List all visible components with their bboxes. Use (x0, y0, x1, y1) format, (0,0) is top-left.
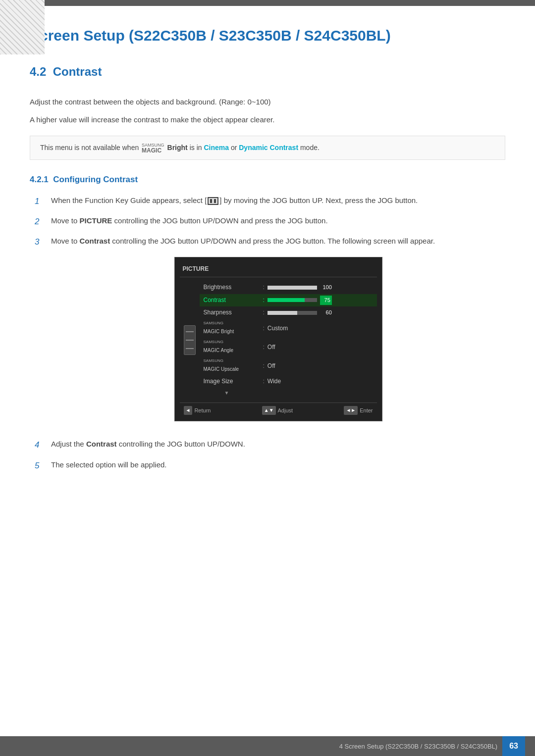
step-1: 1 When the Function Key Guide appears, s… (35, 195, 505, 208)
enter-btn: ◄► (344, 406, 358, 415)
jog-line (186, 331, 194, 332)
osd-row-angle: SAMSUNG MAGIC Angle : Off (200, 338, 377, 356)
section-number: 4.2 (30, 65, 46, 78)
step-5: 5 The selected option will be applied. (35, 459, 505, 472)
note-dynamic: Dynamic Contrast (239, 144, 298, 151)
osd-val-angle: Off (268, 343, 275, 352)
osd-label-upscale: SAMSUNG MAGIC Upscale (204, 358, 263, 374)
step-4-content: Adjust the Contrast controlling the JOG … (51, 438, 505, 450)
jog-symbol-icon (208, 197, 218, 205)
left-pattern (0, 0, 45, 54)
step-5-content: The selected option will be applied. (51, 459, 505, 471)
osd-row-more: ▼ (200, 388, 377, 399)
adjust-btn: ▲▼ (262, 406, 276, 415)
note-or: or (231, 144, 239, 151)
osd-label-imagesize: Image Size (204, 377, 263, 386)
page-title: Screen Setup (S22C350B / S23C350B / S24C… (30, 26, 505, 45)
adjust-label: Adjust (278, 406, 293, 415)
osd-bar-bg (268, 286, 317, 290)
note-text: This menu is not available when (40, 144, 141, 151)
step-3-number: 3 (35, 235, 47, 249)
osd-bar-fill-brightness (268, 286, 317, 290)
description2: A higher value will increase the contras… (30, 114, 505, 126)
osd-footer-return: ◄ Return (184, 406, 211, 415)
osd-bar-fill-contrast (268, 298, 305, 302)
jog-icon (184, 325, 196, 355)
step-4: 4 Adjust the Contrast controlling the JO… (35, 438, 505, 452)
osd-title: PICTURE (180, 262, 377, 277)
steps-list: 1 When the Function Key Guide appears, s… (35, 195, 505, 472)
osd-footer-enter: ◄► Enter (344, 406, 373, 415)
subsection-number: 4.2.1 (30, 175, 49, 184)
osd-label-angle: SAMSUNG MAGIC Angle (204, 339, 263, 355)
enter-label: Enter (360, 406, 373, 415)
jog-line (186, 340, 194, 341)
osd-rows: Brightness : 100 (200, 279, 377, 401)
top-stripe (0, 0, 535, 6)
osd-bar-bg-contrast (268, 298, 317, 302)
note-bright: Bright (167, 144, 188, 151)
step-3: 3 Move to Contrast controlling the JOG b… (35, 235, 505, 431)
osd-bar-bg-sharpness (268, 311, 317, 315)
step-3-bold: Contrast (80, 237, 110, 245)
note-end: mode. (300, 144, 320, 151)
section-title: Contrast (53, 65, 102, 78)
osd-val-bright: Custom (268, 324, 288, 333)
osd-jog-col (180, 279, 200, 401)
osd-row-brightness: Brightness : 100 (200, 281, 377, 294)
step-2-number: 2 (35, 215, 47, 228)
osd-footer-adjust: ▲▼ Adjust (262, 406, 293, 415)
osd-main-area: Brightness : 100 (180, 279, 377, 401)
osd-val-contrast: 75 (320, 296, 332, 305)
osd-row-imagesize: Image Size : Wide (200, 375, 377, 388)
osd-row-upscale: SAMSUNG MAGIC Upscale : Off (200, 356, 377, 375)
jog-line (186, 348, 194, 349)
osd-label-contrast: Contrast (204, 296, 263, 305)
footer-text: 4 Screen Setup (S22C350B / S23C350B / S2… (339, 743, 497, 750)
return-btn: ◄ (184, 406, 193, 415)
osd-bar-contrast: 75 (268, 296, 332, 305)
note-mid: is in (190, 144, 204, 151)
samsung-magic-logo: SAMSUNG MAGIC (142, 143, 164, 153)
osd-val-imagesize: Wide (268, 377, 281, 386)
osd-row-sharpness: Sharpness : 60 (200, 306, 377, 319)
osd-label-sharpness: Sharpness (204, 308, 263, 317)
osd-val-sharpness: 60 (320, 308, 332, 317)
osd-bar-fill-sharpness (268, 311, 297, 315)
osd-bar-sharpness: 60 (268, 308, 332, 317)
step-5-number: 5 (35, 459, 47, 472)
page-footer: 4 Screen Setup (S22C350B / S23C350B / S2… (0, 736, 535, 756)
osd-label-brightness: Brightness (204, 283, 263, 292)
page-number: 63 (502, 736, 525, 756)
description1: Adjust the contrast between the objects … (30, 96, 505, 108)
subsection-heading: 4.2.1 Configuring Contrast (30, 175, 505, 185)
return-label: Return (194, 406, 211, 415)
subsection-title: Configuring Contrast (53, 175, 138, 184)
osd-label-bright: SAMSUNG MAGIC Bright (204, 320, 263, 336)
osd-row-bright: SAMSUNG MAGIC Bright : Custom (200, 319, 377, 338)
note-box: This menu is not available when SAMSUNG … (30, 136, 505, 160)
osd-val-upscale: Off (268, 361, 275, 371)
step-4-number: 4 (35, 438, 47, 452)
section-heading: 4.2 Contrast (30, 65, 505, 81)
osd-bar-brightness: 100 (268, 283, 332, 292)
osd-val-brightness: 100 (320, 283, 332, 292)
step-2-content: Move to PICTURE controlling the JOG butt… (51, 215, 505, 227)
osd-row-contrast: Contrast : 75 (200, 294, 377, 307)
step-4-bold: Contrast (86, 440, 117, 448)
step-2: 2 Move to PICTURE controlling the JOG bu… (35, 215, 505, 228)
osd-screenshot: PICTURE Brightness (174, 257, 382, 421)
osd-footer: ◄ Return ▲▼ Adjust ◄► Enter (180, 403, 377, 416)
note-cinema: Cinema (204, 144, 229, 151)
step-1-number: 1 (35, 195, 47, 208)
step-3-content: Move to Contrast controlling the JOG but… (51, 235, 505, 431)
step-1-content: When the Function Key Guide appears, sel… (51, 195, 505, 206)
step-2-bold: PICTURE (80, 216, 112, 225)
